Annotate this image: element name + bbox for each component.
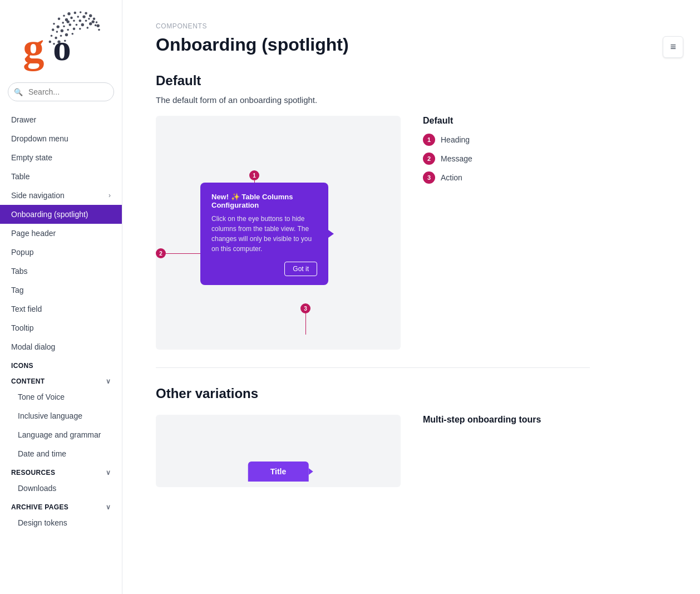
spotlight-title: New! ✨ Table Columns Configuration <box>211 193 317 209</box>
section-header-resources[interactable]: RESOURCES ∨ <box>0 463 122 479</box>
default-section-description: The default form of an onboarding spotli… <box>156 95 590 105</box>
spotlight-got-it-button[interactable]: Got it <box>284 262 317 276</box>
legend: Default 1 Heading 2 Message 3 Action <box>423 116 590 190</box>
diagram-container: 1 2 3 New! ✨ Table Columns Configuration… <box>156 116 590 350</box>
chevron-right-icon: › <box>109 192 111 199</box>
search-input[interactable] <box>8 82 114 101</box>
svg-point-1 <box>74 12 77 14</box>
svg-point-14 <box>88 18 90 20</box>
diagram-box: 1 2 3 New! ✨ Table Columns Configuration… <box>156 116 401 350</box>
default-section-heading: Default <box>156 73 590 89</box>
svg-point-9 <box>63 15 65 17</box>
search-container: 🔍 <box>8 82 114 101</box>
svg-point-15 <box>92 20 95 23</box>
sidebar-item-date-and-time[interactable]: Date and time <box>0 444 122 463</box>
svg-point-6 <box>96 21 98 23</box>
sidebar-item-page-header[interactable]: Page header <box>0 224 122 243</box>
section-header-content[interactable]: CONTENT ∨ <box>0 372 122 387</box>
svg-point-19 <box>67 20 70 23</box>
section-divider <box>156 367 590 368</box>
spotlight-body: Click on the eye buttons to hide columns… <box>211 214 317 254</box>
svg-point-29 <box>81 23 84 26</box>
legend-title: Default <box>423 116 590 126</box>
sidebar-item-language-and-grammar[interactable]: Language and grammar <box>0 425 122 444</box>
section-header-archive-pages[interactable]: ARCHIVE PAGES ∨ <box>0 498 122 513</box>
legend-item-3: 3 Action <box>423 171 590 184</box>
legend-label-3: Action <box>441 173 462 182</box>
variation-title-card: Title <box>248 462 309 482</box>
variation-label: Multi-step onboarding tours <box>423 415 541 425</box>
breadcrumb: COMPONENTS <box>156 22 590 30</box>
svg-text:o: o <box>53 28 71 68</box>
svg-point-35 <box>73 27 76 30</box>
svg-point-17 <box>58 17 61 20</box>
other-variations-heading: Other variations <box>156 386 590 401</box>
legend-dot-3: 3 <box>423 171 435 184</box>
toc-icon: ≡ <box>670 41 676 53</box>
svg-point-22 <box>85 20 87 22</box>
svg-text:g: g <box>23 24 44 72</box>
svg-point-4 <box>89 14 92 17</box>
chevron-down-icon-content: ∨ <box>106 377 111 385</box>
svg-point-0 <box>67 12 70 15</box>
svg-point-5 <box>93 17 96 20</box>
svg-point-41 <box>72 33 74 35</box>
svg-point-37 <box>51 35 53 37</box>
svg-point-36 <box>79 28 81 30</box>
sidebar-item-tone-of-voice[interactable]: Tone of Voice <box>0 387 122 406</box>
svg-point-12 <box>77 16 79 18</box>
sidebar: g o 🔍 Drawer Dropdown menu Empty state T… <box>0 0 122 594</box>
legend-label-1: Heading <box>441 135 470 144</box>
svg-point-3 <box>85 12 87 15</box>
sidebar-item-tabs[interactable]: Tabs <box>0 262 122 281</box>
sidebar-item-inclusive-language[interactable]: Inclusive language <box>0 406 122 425</box>
annotation-dot-3: 3 <box>300 303 310 313</box>
svg-point-2 <box>80 11 82 13</box>
sidebar-item-design-tokens[interactable]: Design tokens <box>0 513 122 532</box>
legend-dot-2: 2 <box>423 153 435 165</box>
nav-list: Drawer Dropdown menu Empty state Table S… <box>0 110 122 532</box>
sidebar-item-text-field[interactable]: Text field <box>0 300 122 318</box>
page-title: Onboarding (spotlight) <box>156 35 590 55</box>
svg-point-23 <box>89 22 92 25</box>
variation-box: Title <box>156 415 401 487</box>
sidebar-item-popup[interactable]: Popup <box>0 243 122 262</box>
svg-point-42 <box>49 41 52 43</box>
svg-point-18 <box>62 22 64 24</box>
svg-point-26 <box>63 25 65 27</box>
svg-point-24 <box>53 23 55 25</box>
sidebar-item-table[interactable]: Table <box>0 167 122 186</box>
legend-label-2: Message <box>441 154 472 163</box>
svg-point-13 <box>82 15 85 18</box>
spotlight-popup: New! ✨ Table Columns Configuration Click… <box>200 183 328 285</box>
svg-point-30 <box>87 27 89 29</box>
section-header-icons: ICONS <box>0 356 122 372</box>
toc-button[interactable]: ≡ <box>663 36 683 58</box>
legend-item-2: 2 Message <box>423 153 590 165</box>
sidebar-item-drawer[interactable]: Drawer <box>0 110 122 129</box>
svg-point-16 <box>95 24 97 27</box>
svg-point-20 <box>73 20 75 22</box>
sidebar-item-tag[interactable]: Tag <box>0 281 122 300</box>
annotation-dot-1: 1 <box>249 170 259 180</box>
search-icon: 🔍 <box>14 88 23 96</box>
sidebar-item-side-navigation[interactable]: Side navigation › <box>0 186 122 205</box>
sidebar-item-empty-state[interactable]: Empty state <box>0 148 122 167</box>
sidebar-item-modal-dialog[interactable]: Modal dialog <box>0 337 122 356</box>
chevron-down-icon-archive: ∨ <box>106 503 111 511</box>
sidebar-item-tooltip[interactable]: Tooltip <box>0 318 122 337</box>
svg-point-28 <box>76 24 78 26</box>
logo: g o <box>0 0 122 82</box>
svg-point-11 <box>70 17 73 19</box>
legend-item-1: 1 Heading <box>423 134 590 146</box>
variations-container: Title Multi-step onboarding tours <box>156 415 590 487</box>
sidebar-item-onboarding-spotlight[interactable]: Onboarding (spotlight) <box>0 205 122 224</box>
sidebar-item-dropdown-menu[interactable]: Dropdown menu <box>0 129 122 148</box>
legend-dot-1: 1 <box>423 134 435 146</box>
svg-point-27 <box>69 23 72 26</box>
sidebar-item-downloads[interactable]: Downloads <box>0 479 122 498</box>
chevron-down-icon-resources: ∨ <box>106 469 111 477</box>
main-content: ≡ COMPONENTS Onboarding (spotlight) Defa… <box>122 0 700 594</box>
svg-point-7 <box>97 24 100 27</box>
svg-point-21 <box>79 19 82 22</box>
